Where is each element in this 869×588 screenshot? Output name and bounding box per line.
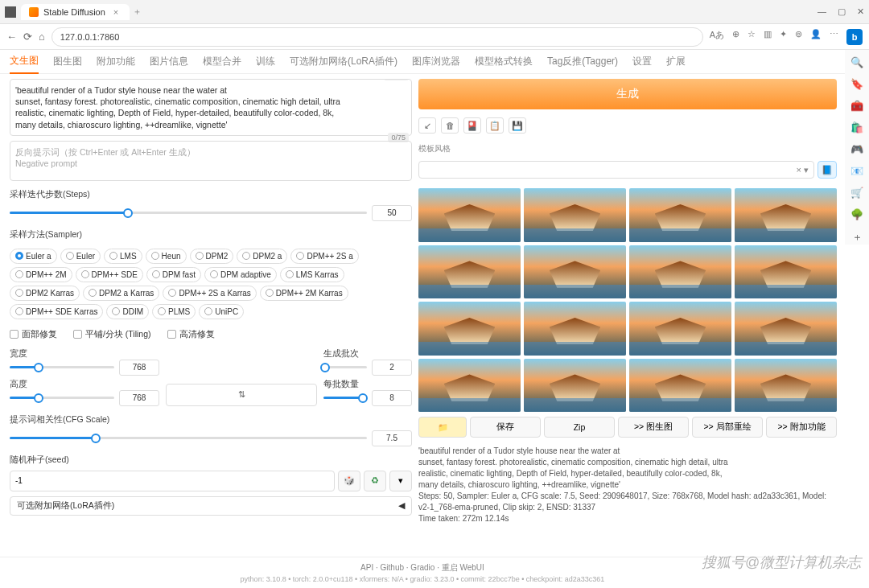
width-value[interactable]: 768	[119, 360, 159, 376]
gallery-image[interactable]	[418, 245, 521, 299]
tab-3[interactable]: 图片信息	[150, 50, 188, 73]
tab-close-icon[interactable]: ×	[110, 7, 121, 17]
height-slider[interactable]	[10, 397, 114, 399]
games-icon[interactable]: 🎮	[850, 143, 863, 155]
negative-prompt-input[interactable]: 反向提示词（按 Ctrl+Enter 或 Alt+Enter 生成） Negat…	[10, 141, 412, 181]
favorite-icon[interactable]: ☆	[748, 29, 756, 45]
outlook-icon[interactable]: 📧	[850, 165, 863, 177]
swap-dimensions-button[interactable]: ⇅	[166, 384, 317, 406]
apply-style-button[interactable]: 📘	[818, 161, 837, 179]
cfg-slider[interactable]	[10, 437, 367, 439]
sampler-option[interactable]: DPM++ 2S a Karras	[163, 286, 256, 301]
styles-icon[interactable]: 🎴	[463, 117, 481, 134]
profile-icon[interactable]: 👤	[810, 29, 822, 45]
extensions-icon[interactable]: ✦	[780, 29, 787, 45]
sampler-option[interactable]: DPM2 a Karras	[83, 286, 159, 301]
sampler-option[interactable]: DDIM	[106, 304, 149, 319]
tab-7[interactable]: 图库浏览器	[412, 50, 460, 73]
sampler-option[interactable]: DPM++ 2M	[10, 267, 72, 282]
gallery-image[interactable]	[735, 359, 837, 413]
steps-value[interactable]: 50	[372, 205, 412, 221]
sampler-option[interactable]: DPM2 a	[237, 249, 287, 264]
face-restore-checkbox[interactable]: 面部修复	[10, 329, 57, 340]
sampler-option[interactable]: PLMS	[152, 304, 196, 319]
batch-size-value[interactable]: 8	[372, 390, 412, 406]
search-icon[interactable]: 🔍	[850, 56, 863, 68]
gallery-image[interactable]	[418, 359, 521, 413]
sampler-option[interactable]: UniPC	[199, 304, 244, 319]
sampler-option[interactable]: Euler	[60, 249, 101, 264]
send-inpaint-button[interactable]: >> 局部重绘	[692, 417, 763, 438]
gallery-image[interactable]	[735, 245, 837, 299]
gallery-image[interactable]	[418, 188, 521, 242]
back-icon[interactable]: ←	[6, 31, 17, 43]
gallery-image[interactable]	[524, 359, 626, 413]
sampler-option[interactable]: DPM++ SDE	[76, 267, 143, 282]
sampler-option[interactable]: DPM++ SDE Karras	[10, 304, 103, 319]
batch-count-slider[interactable]	[323, 366, 367, 368]
batch-count-value[interactable]: 2	[372, 360, 412, 376]
tab-4[interactable]: 模型合并	[203, 50, 241, 73]
window-minimize-icon[interactable]: —	[818, 6, 826, 17]
gallery-image[interactable]	[629, 302, 731, 356]
steps-slider[interactable]	[10, 212, 367, 214]
tools-icon[interactable]: 🧰	[850, 100, 863, 112]
sampler-option[interactable]: DPM2 Karras	[10, 286, 80, 301]
collections-icon[interactable]: ▥	[764, 29, 772, 45]
height-value[interactable]: 768	[119, 390, 159, 406]
bing-icon[interactable]: b	[846, 29, 863, 45]
tab-8[interactable]: 模型格式转换	[475, 50, 533, 73]
gallery-image[interactable]	[629, 188, 731, 242]
open-folder-button[interactable]: 📁	[418, 417, 467, 438]
hires-checkbox[interactable]: 高清修复	[167, 329, 215, 340]
tab-6[interactable]: 可选附加网络(LoRA插件)	[290, 50, 397, 73]
tab-9[interactable]: Tag反推(Tagger)	[547, 50, 618, 73]
sampler-option[interactable]: DPM adaptive	[204, 267, 277, 282]
generate-button[interactable]: 生成	[418, 79, 837, 109]
refresh-icon[interactable]: ⟳	[23, 31, 32, 43]
gallery-image[interactable]	[418, 302, 521, 356]
tab-1[interactable]: 图生图	[53, 50, 82, 73]
clear-icon[interactable]: × ▾	[797, 165, 809, 175]
browser-tab[interactable]: Stable Diffusion ×	[21, 4, 130, 20]
sampler-option[interactable]: DPM++ 2S a	[290, 249, 358, 264]
batch-size-slider[interactable]	[323, 397, 367, 399]
menu-icon[interactable]: ⋯	[830, 29, 838, 45]
tiling-checkbox[interactable]: 平铺/分块 (Tiling)	[73, 329, 151, 340]
width-slider[interactable]	[10, 366, 114, 368]
send-extras-button[interactable]: >> 附加功能	[766, 417, 837, 438]
gallery-image[interactable]	[524, 188, 626, 242]
gallery-image[interactable]	[524, 302, 626, 356]
tab-2[interactable]: 附加功能	[97, 50, 135, 73]
sampler-option[interactable]: DPM fast	[146, 267, 201, 282]
coupons-icon[interactable]: 🛒	[850, 187, 863, 199]
style-select[interactable]: × ▾	[418, 161, 814, 179]
sampler-option[interactable]: DPM++ 2M Karras	[260, 286, 348, 301]
gallery-image[interactable]	[629, 245, 731, 299]
tab-11[interactable]: 扩展	[666, 50, 686, 73]
cfg-value[interactable]: 7.5	[372, 430, 412, 446]
tab-0[interactable]: 文生图	[10, 49, 39, 74]
reader-icon[interactable]: ⊕	[732, 29, 739, 45]
translate-icon[interactable]: Aあ	[710, 29, 724, 45]
extra-seed-toggle[interactable]: ▾	[389, 471, 412, 491]
compose-icon[interactable]: 🔖	[850, 78, 863, 90]
sampler-option[interactable]: Euler a	[10, 249, 57, 264]
tab-5[interactable]: 训练	[256, 50, 275, 73]
reuse-seed-button[interactable]: ♻	[364, 471, 386, 491]
save-button[interactable]: 保存	[470, 417, 541, 438]
url-input[interactable]: 127.0.0.1:7860	[51, 27, 703, 47]
arrow-tool-icon[interactable]: ↙	[418, 117, 436, 134]
sampler-option[interactable]: DPM2	[190, 249, 234, 264]
shopping-icon[interactable]: 🛍️	[850, 121, 863, 134]
seed-input[interactable]	[10, 471, 335, 491]
window-close-icon[interactable]: ✕	[857, 6, 864, 17]
clear-prompt-icon[interactable]: 🗑	[441, 117, 459, 134]
sampler-option[interactable]: Heun	[146, 249, 187, 264]
add-sidebar-icon[interactable]: ＋	[852, 230, 863, 245]
gallery-image[interactable]	[735, 302, 837, 356]
random-seed-button[interactable]: 🎲	[338, 471, 360, 491]
new-tab-button[interactable]: ＋	[130, 6, 145, 18]
send-img2img-button[interactable]: >> 图生图	[618, 417, 689, 438]
clipboard-icon[interactable]: 📋	[486, 117, 504, 134]
